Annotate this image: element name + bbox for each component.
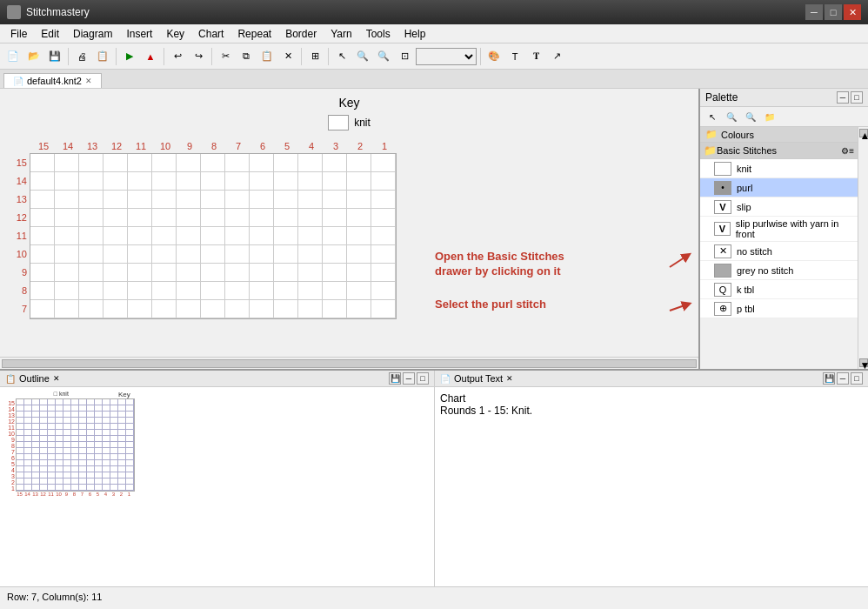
mini-grid-cell[interactable]: [110, 424, 118, 430]
mini-grid-cell[interactable]: [118, 466, 126, 472]
mini-grid-cell[interactable]: [40, 399, 48, 405]
stitch-k-tbl[interactable]: Q k tbl: [700, 280, 858, 299]
grid-cell[interactable]: [177, 245, 201, 264]
minimize-button[interactable]: ─: [805, 4, 823, 20]
mini-grid-cell[interactable]: [56, 485, 63, 491]
mini-grid-cell[interactable]: [110, 454, 118, 460]
mini-grid-cell[interactable]: [40, 405, 48, 412]
mini-grid-cell[interactable]: [32, 478, 40, 485]
open-button[interactable]: 📂: [24, 47, 43, 66]
mini-grid-cell[interactable]: [40, 454, 48, 460]
mini-grid-cell[interactable]: [79, 436, 87, 442]
mini-grid-cell[interactable]: [110, 472, 118, 478]
mini-grid-cell[interactable]: [71, 424, 79, 430]
mini-grid-cell[interactable]: [126, 405, 134, 412]
mini-grid-cell[interactable]: [63, 442, 71, 448]
vscroll-down[interactable]: ▼: [859, 358, 868, 367]
mini-grid-cell[interactable]: [110, 478, 118, 485]
menu-chart[interactable]: Chart: [191, 26, 230, 42]
mini-grid-cell[interactable]: [95, 418, 103, 424]
outline-save-btn[interactable]: 💾: [389, 372, 401, 385]
grid-cell[interactable]: [152, 264, 177, 282]
mini-grid-cell[interactable]: [87, 412, 95, 418]
grid-cell[interactable]: [103, 300, 128, 318]
mini-grid-cell[interactable]: [126, 424, 134, 430]
grid-cell[interactable]: [347, 191, 371, 209]
grid-cell[interactable]: [250, 172, 274, 191]
grid-cell[interactable]: [152, 227, 177, 245]
grid-cell[interactable]: [103, 245, 128, 264]
mini-grid-cell[interactable]: [32, 412, 40, 418]
mini-grid-cell[interactable]: [17, 442, 24, 448]
mini-grid-cell[interactable]: [17, 412, 24, 418]
mini-grid-cell[interactable]: [40, 460, 48, 466]
mini-grid-cell[interactable]: [126, 454, 134, 460]
mini-grid-cell[interactable]: [95, 485, 103, 491]
menu-insert[interactable]: Insert: [119, 26, 159, 42]
menu-border[interactable]: Border: [278, 26, 324, 42]
mini-grid-cell[interactable]: [63, 485, 71, 491]
grid-cell[interactable]: [323, 245, 347, 264]
grid-cell[interactable]: [128, 172, 152, 191]
mini-grid-cell[interactable]: [110, 405, 118, 412]
mini-grid-cell[interactable]: [17, 399, 24, 405]
mini-grid-cell[interactable]: [17, 454, 24, 460]
grid-cell[interactable]: [323, 209, 347, 227]
grid-cell[interactable]: [30, 264, 55, 282]
mini-grid-cell[interactable]: [56, 478, 63, 485]
grid-cell[interactable]: [250, 245, 274, 264]
palette-zoom-out-btn[interactable]: 🔍: [742, 109, 759, 124]
output-save-btn[interactable]: 💾: [823, 372, 835, 385]
mini-grid-cell[interactable]: [63, 472, 71, 478]
mini-grid-cell[interactable]: [95, 448, 103, 454]
grid-cell[interactable]: [177, 282, 201, 300]
menu-tools[interactable]: Tools: [359, 26, 397, 42]
grid-cell[interactable]: [274, 227, 298, 245]
stitch-no-stitch[interactable]: ✕ no stitch: [700, 242, 858, 261]
mini-grid-cell[interactable]: [63, 448, 71, 454]
grid-cell[interactable]: [250, 209, 274, 227]
grid-cell[interactable]: [274, 264, 298, 282]
mini-grid-cell[interactable]: [95, 472, 103, 478]
grid-cell[interactable]: [177, 209, 201, 227]
mini-grid-cell[interactable]: [87, 478, 95, 485]
mini-grid-cell[interactable]: [103, 442, 110, 448]
grid-cell[interactable]: [103, 209, 128, 227]
mini-grid-cell[interactable]: [87, 472, 95, 478]
grid-cell[interactable]: [371, 172, 396, 191]
grid-cell[interactable]: [79, 172, 103, 191]
mini-grid-cell[interactable]: [24, 454, 32, 460]
mini-grid-cell[interactable]: [87, 424, 95, 430]
grid-cell[interactable]: [347, 154, 371, 172]
grid-cell[interactable]: [152, 172, 177, 191]
grid-cell[interactable]: [103, 282, 128, 300]
mini-grid-cell[interactable]: [56, 472, 63, 478]
mini-grid-cell[interactable]: [71, 454, 79, 460]
grid-cell[interactable]: [371, 245, 396, 264]
mini-grid-cell[interactable]: [71, 472, 79, 478]
mini-grid-cell[interactable]: [118, 436, 126, 442]
mini-grid-cell[interactable]: [24, 399, 32, 405]
grid-cell[interactable]: [298, 300, 323, 318]
grid-cell[interactable]: [371, 264, 396, 282]
mini-grid-cell[interactable]: [103, 399, 110, 405]
outline-max-btn[interactable]: □: [417, 372, 429, 385]
mini-grid-cell[interactable]: [48, 412, 56, 418]
grid-cell[interactable]: [79, 227, 103, 245]
grid-cell[interactable]: [152, 209, 177, 227]
mini-grid-cell[interactable]: [95, 460, 103, 466]
mini-grid-cell[interactable]: [126, 412, 134, 418]
grid-cell[interactable]: [79, 209, 103, 227]
horizontal-scrollbar[interactable]: [0, 357, 698, 369]
mini-grid-cell[interactable]: [32, 466, 40, 472]
mini-grid-cell[interactable]: [32, 405, 40, 412]
mini-grid-cell[interactable]: [40, 466, 48, 472]
grid-cell[interactable]: [298, 264, 323, 282]
grid-cell[interactable]: [177, 300, 201, 318]
stitch-purl[interactable]: • purl: [700, 178, 858, 197]
colours-header[interactable]: 📁 Colours: [700, 127, 858, 143]
mini-grid-cell[interactable]: [79, 454, 87, 460]
grid-cell[interactable]: [103, 264, 128, 282]
mini-grid-cell[interactable]: [63, 466, 71, 472]
mini-grid-cell[interactable]: [110, 466, 118, 472]
